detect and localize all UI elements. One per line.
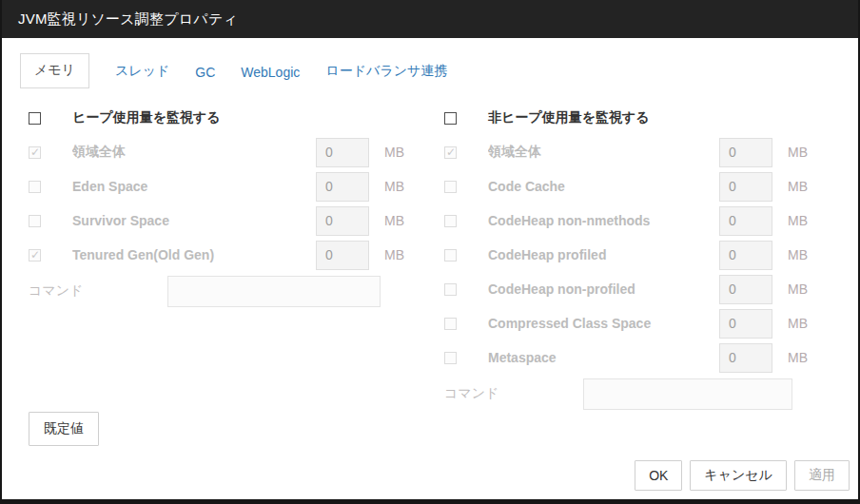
nonheap-compressed-input[interactable]: [719, 309, 772, 339]
nonheap-profiled-input[interactable]: [719, 241, 772, 270]
dialog-titlebar: JVM監視リソース調整プロパティ: [2, 0, 858, 38]
heap-survivor-label: Survivor Space: [72, 213, 316, 228]
nonheap-row-nonnmethods: CodeHeap non-nmethods MB: [444, 204, 816, 238]
nonheap-monitor-checkbox[interactable]: [444, 112, 457, 125]
tab-bar: メモリ スレッド GC WebLogic ロードバランサ連携: [20, 53, 858, 88]
heap-row-eden: Eden Space MB: [29, 169, 413, 204]
nonheap-profiled-checkbox[interactable]: [444, 249, 457, 262]
nonheap-codecache-input[interactable]: [719, 172, 772, 202]
default-values-button[interactable]: 既定値: [29, 412, 99, 446]
cancel-button[interactable]: キャンセル: [690, 460, 787, 491]
heap-tenured-checkbox[interactable]: [29, 249, 41, 262]
nonheap-compressed-label: Compressed Class Space: [488, 316, 719, 331]
heap-command-input[interactable]: [167, 276, 381, 307]
tab-weblogic[interactable]: WebLogic: [241, 57, 300, 88]
heap-section: ヒープ使用量を監視する 領域全体 MB Eden Space MB Surviv…: [29, 101, 413, 411]
heap-command-row: コマンド: [29, 274, 413, 308]
nonheap-command-input[interactable]: [583, 378, 792, 410]
heap-eden-label: Eden Space: [72, 179, 316, 194]
nonheap-metaspace-unit: MB: [788, 350, 816, 365]
nonheap-row-compressed: Compressed Class Space MB: [444, 306, 816, 340]
memory-tab-panel: ヒープ使用量を監視する 領域全体 MB Eden Space MB Surviv…: [2, 88, 858, 411]
tab-memory[interactable]: メモリ: [20, 53, 89, 88]
nonheap-nonprofiled-checkbox[interactable]: [444, 283, 457, 296]
nonheap-nonnmethods-label: CodeHeap non-nmethods: [488, 213, 719, 228]
dialog-title: JVM監視リソース調整プロパティ: [18, 10, 238, 29]
heap-monitor-row: ヒープ使用量を監視する: [29, 101, 413, 135]
nonheap-total-checkbox[interactable]: [444, 146, 457, 159]
heap-survivor-unit: MB: [384, 213, 413, 228]
apply-button[interactable]: 適用: [794, 460, 850, 491]
heap-section-title: ヒープ使用量を監視する: [72, 109, 221, 126]
heap-command-label: コマンド: [29, 282, 167, 300]
tab-thread[interactable]: スレッド: [115, 55, 169, 88]
nonheap-profiled-label: CodeHeap profiled: [488, 247, 719, 262]
nonheap-row-codecache: Code Cache MB: [444, 169, 816, 204]
nonheap-total-input[interactable]: [719, 138, 772, 167]
heap-total-checkbox[interactable]: [29, 146, 41, 159]
heap-eden-checkbox[interactable]: [29, 181, 41, 193]
nonheap-metaspace-checkbox[interactable]: [444, 352, 457, 364]
heap-row-total: 領域全体 MB: [29, 135, 413, 169]
nonheap-total-label: 領域全体: [488, 144, 719, 161]
heap-total-label: 領域全体: [72, 144, 316, 161]
nonheap-section-title: 非ヒープ使用量を監視する: [488, 109, 650, 126]
nonheap-nonnmethods-unit: MB: [788, 213, 816, 228]
nonheap-metaspace-input[interactable]: [719, 343, 772, 373]
nonheap-compressed-unit: MB: [788, 316, 816, 331]
heap-total-input[interactable]: [316, 138, 369, 167]
nonheap-row-profiled: CodeHeap profiled MB: [444, 238, 816, 272]
nonheap-section: 非ヒープ使用量を監視する 領域全体 MB Code Cache MB CodeH…: [444, 101, 816, 411]
heap-tenured-label: Tenured Gen(Old Gen): [72, 247, 316, 262]
nonheap-codecache-label: Code Cache: [488, 179, 719, 194]
footer-button-bar: OK キャンセル 適用: [635, 460, 850, 491]
nonheap-nonprofiled-label: CodeHeap non-profiled: [488, 281, 719, 297]
nonheap-nonprofiled-unit: MB: [788, 281, 816, 297]
heap-row-survivor: Survivor Space MB: [29, 204, 413, 238]
nonheap-profiled-unit: MB: [788, 247, 816, 262]
heap-eden-input[interactable]: [316, 172, 369, 202]
nonheap-codecache-checkbox[interactable]: [444, 181, 457, 193]
tab-loadbalancer[interactable]: ロードバランサ連携: [325, 55, 447, 88]
nonheap-command-label: コマンド: [444, 385, 583, 402]
nonheap-monitor-row: 非ヒープ使用量を監視する: [444, 101, 816, 135]
nonheap-row-nonprofiled: CodeHeap non-profiled MB: [444, 272, 816, 306]
nonheap-codecache-unit: MB: [788, 179, 816, 194]
jvm-monitor-adjust-dialog: JVM監視リソース調整プロパティ メモリ スレッド GC WebLogic ロー…: [0, 0, 860, 504]
heap-survivor-input[interactable]: [316, 206, 369, 236]
heap-tenured-unit: MB: [384, 247, 413, 262]
nonheap-row-total: 領域全体 MB: [444, 135, 816, 169]
heap-row-tenured: Tenured Gen(Old Gen) MB: [29, 238, 413, 272]
heap-total-unit: MB: [384, 145, 413, 160]
heap-tenured-input[interactable]: [316, 241, 369, 270]
nonheap-command-row: コマンド: [444, 377, 816, 411]
nonheap-row-metaspace: Metaspace MB: [444, 340, 816, 375]
tab-gc[interactable]: GC: [195, 57, 215, 88]
nonheap-metaspace-label: Metaspace: [488, 350, 719, 365]
heap-eden-unit: MB: [384, 179, 413, 194]
nonheap-nonnmethods-input[interactable]: [719, 206, 772, 236]
nonheap-nonnmethods-checkbox[interactable]: [444, 215, 457, 227]
ok-button[interactable]: OK: [635, 460, 682, 491]
heap-survivor-checkbox[interactable]: [29, 215, 41, 227]
heap-monitor-checkbox[interactable]: [29, 112, 41, 125]
nonheap-compressed-checkbox[interactable]: [444, 318, 457, 330]
nonheap-total-unit: MB: [788, 145, 816, 160]
nonheap-nonprofiled-input[interactable]: [719, 275, 772, 304]
